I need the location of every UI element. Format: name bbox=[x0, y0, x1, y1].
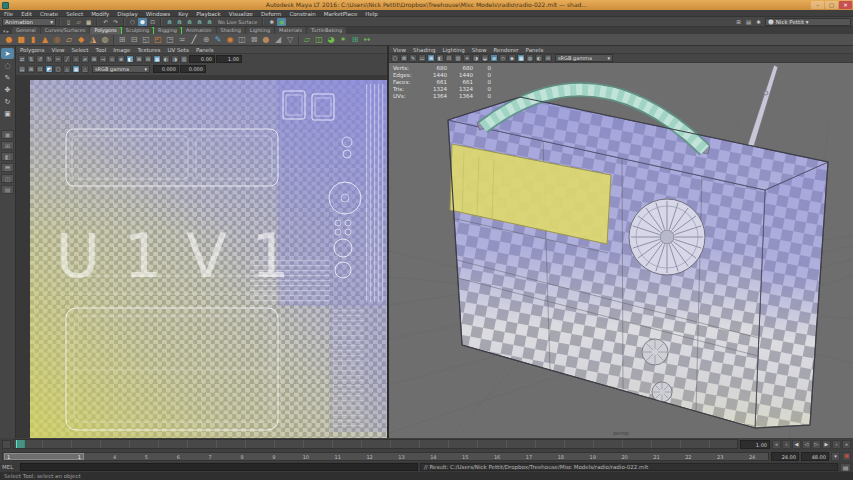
character-set-dropdown[interactable]: ▾ bbox=[831, 452, 840, 461]
uv-editor-canvas[interactable]: U1V1 bbox=[16, 75, 387, 438]
preferences-icon[interactable]: ✱ bbox=[754, 18, 763, 26]
time-slider-track[interactable] bbox=[13, 439, 738, 449]
cut-uv-icon[interactable]: ✂ bbox=[54, 55, 62, 63]
film-gate-icon[interactable]: ▭ bbox=[418, 54, 426, 62]
auto-keyframe-toggle[interactable] bbox=[842, 452, 851, 461]
poly-pipe-icon[interactable]: ◍ bbox=[99, 34, 111, 45]
title-bar[interactable]: Autodesk Maya LT 2016: C:\Users\Nick Pet… bbox=[0, 0, 853, 10]
mirror-icon[interactable]: ◫ bbox=[236, 34, 248, 45]
workspace-icon[interactable]: ⊞ bbox=[734, 18, 743, 26]
target-weld-icon[interactable]: ⊕ bbox=[200, 34, 212, 45]
layout-top-persp[interactable]: ⬒ bbox=[1, 163, 14, 172]
uv-exposure-field[interactable]: 0.000 bbox=[153, 65, 179, 73]
grid-toggle-icon[interactable]: ⊞ bbox=[27, 65, 35, 73]
menu-item[interactable]: File bbox=[4, 11, 13, 17]
checker-map-icon[interactable]: ▦ bbox=[72, 65, 80, 73]
image-display-icon[interactable]: ▦ bbox=[153, 55, 161, 63]
uv-menu-item[interactable]: UV Sets bbox=[167, 47, 188, 53]
shaded-icon[interactable]: ◆ bbox=[508, 54, 516, 62]
select-hierarchy-icon[interactable]: ⬡ bbox=[128, 18, 137, 26]
go-to-start-button[interactable]: « bbox=[772, 440, 781, 449]
layout-four-pane[interactable]: ⊞ bbox=[1, 141, 14, 150]
current-frame-marker[interactable] bbox=[16, 440, 25, 448]
gate-mask-icon[interactable]: ◧ bbox=[436, 54, 444, 62]
go-to-end-button[interactable]: » bbox=[842, 440, 851, 449]
boolean-icon[interactable]: ◱ bbox=[140, 34, 152, 45]
shelf-tab[interactable]: Lighting bbox=[246, 27, 274, 34]
menu-item[interactable]: Deform bbox=[261, 11, 281, 17]
step-forward-frame-button[interactable]: ▶ bbox=[822, 440, 831, 449]
isolate-icon[interactable]: ⊟ bbox=[544, 54, 552, 62]
xray-icon[interactable]: ◐ bbox=[535, 54, 543, 62]
select-camera-icon[interactable]: ▢ bbox=[391, 54, 399, 62]
pin-uv-icon[interactable]: ⊕ bbox=[117, 55, 125, 63]
viewport-gamma-dropdown[interactable]: sRGB gamma ▾ bbox=[555, 54, 613, 62]
multi-cut-icon[interactable]: ╱ bbox=[188, 34, 200, 45]
default-material-icon[interactable]: ◍ bbox=[526, 54, 534, 62]
menu-set-dropdown[interactable]: Animation ▾ bbox=[2, 18, 56, 26]
step-back-key-button[interactable]: ‹ bbox=[782, 440, 791, 449]
step-forward-key-button[interactable]: › bbox=[832, 440, 841, 449]
safe-action-icon[interactable]: ⊡ bbox=[445, 54, 453, 62]
isolate-remove-icon[interactable]: ⊟ bbox=[144, 55, 152, 63]
textured-icon[interactable]: ▦ bbox=[517, 54, 525, 62]
select-tool[interactable]: ➤ bbox=[1, 48, 14, 59]
wireframe-icon[interactable]: ◇ bbox=[499, 54, 507, 62]
filtered-image-icon[interactable]: ◐ bbox=[162, 55, 170, 63]
play-backwards-button[interactable]: ◁ bbox=[802, 440, 811, 449]
uv-editor-icon[interactable]: ⊞ bbox=[349, 34, 361, 45]
snap-uv-icon[interactable]: ⊙ bbox=[108, 55, 116, 63]
shelf-tab[interactable]: Rigging bbox=[154, 27, 181, 34]
layout-hypershade[interactable]: ▤ bbox=[1, 185, 14, 194]
viewport-renderer-icon[interactable]: ▣ bbox=[277, 18, 286, 26]
uv-v-value-field[interactable]: 1.00 bbox=[216, 55, 242, 63]
extrude-icon[interactable]: ◰ bbox=[152, 34, 164, 45]
lasso-tool[interactable]: ◌ bbox=[1, 60, 14, 71]
split-uv-icon[interactable]: ╱ bbox=[63, 55, 71, 63]
undo-icon[interactable]: ↶ bbox=[101, 18, 110, 26]
safe-title-icon[interactable]: ▥ bbox=[454, 54, 462, 62]
shelf-tab[interactable]: Polygons bbox=[90, 27, 120, 34]
layout-persp-uv[interactable]: ◫ bbox=[1, 174, 14, 183]
select-object-icon[interactable]: ⬢ bbox=[138, 18, 147, 26]
menu-item[interactable]: Key bbox=[178, 11, 188, 17]
open-scene-icon[interactable]: ▱ bbox=[74, 18, 83, 26]
poly-cone-icon[interactable]: ▲ bbox=[39, 34, 51, 45]
move-and-sew-icon[interactable]: ≓ bbox=[81, 55, 89, 63]
sculpt-icon[interactable]: ● bbox=[260, 34, 272, 45]
uv-menu-item[interactable]: Image bbox=[113, 47, 130, 53]
poly-pyramid-icon[interactable]: ◮ bbox=[87, 34, 99, 45]
distortion-icon[interactable]: ◬ bbox=[63, 65, 71, 73]
uv-gamma-dropdown[interactable]: sRGB gamma ▾ bbox=[92, 65, 150, 73]
ambient-occlusion-icon[interactable]: ◒ bbox=[481, 54, 489, 62]
save-scene-icon[interactable]: ▦ bbox=[84, 18, 93, 26]
spherical-map-icon[interactable]: ◕ bbox=[325, 34, 337, 45]
bevel-icon[interactable]: ◳ bbox=[164, 34, 176, 45]
viewport-menu-item[interactable]: View bbox=[393, 47, 406, 53]
menu-item[interactable]: Playback bbox=[196, 11, 221, 17]
quad-draw-icon[interactable]: ✎ bbox=[212, 34, 224, 45]
unfold-icon[interactable]: ↔ bbox=[361, 34, 373, 45]
new-scene-icon[interactable]: ▯ bbox=[64, 18, 73, 26]
isolate-select-icon[interactable]: ◧ bbox=[126, 55, 134, 63]
viewport-canvas[interactable]: Verts: 680 680 0 Edges: 1440 1440 0 bbox=[389, 63, 853, 438]
shelf-tab[interactable]: Sculpting bbox=[122, 27, 153, 34]
outliner-toggle-icon[interactable]: ▤ bbox=[744, 18, 753, 26]
user-account-dropdown[interactable]: ☻ Nick Pettit ▾ bbox=[765, 18, 851, 26]
reduce-icon[interactable]: ▽ bbox=[284, 34, 296, 45]
range-slider-bar[interactable]: 123456789101112131415161718192021222324 … bbox=[2, 452, 769, 461]
uv-borders-icon[interactable]: ▢ bbox=[54, 65, 62, 73]
menu-item[interactable]: Display bbox=[117, 11, 137, 17]
shelf-tab[interactable]: Shading bbox=[217, 27, 245, 34]
uv-menu-item[interactable]: View bbox=[51, 47, 64, 53]
resolution-gate-icon[interactable]: ⊞ bbox=[427, 54, 435, 62]
menu-item[interactable]: Create bbox=[40, 11, 58, 17]
crease-icon[interactable]: ◢ bbox=[272, 34, 284, 45]
rotate-tool[interactable]: ↻ bbox=[1, 96, 14, 107]
range-slider-handle[interactable]: 1 1 bbox=[4, 453, 84, 460]
menu-item[interactable]: Constrain bbox=[289, 11, 315, 17]
layout-single-pane[interactable]: ▣ bbox=[1, 130, 14, 139]
select-component-icon[interactable]: ⊡ bbox=[148, 18, 157, 26]
anti-alias-icon[interactable]: ≋ bbox=[490, 54, 498, 62]
shelf-tab[interactable]: Animation bbox=[182, 27, 216, 34]
